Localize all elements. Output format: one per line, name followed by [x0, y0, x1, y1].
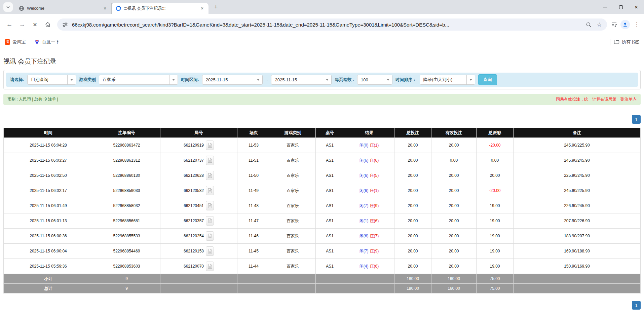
video-record-button[interactable] [206, 216, 214, 226]
minimize-button[interactable] [598, 0, 613, 14]
total-bet-link[interactable]: 20.00 [394, 153, 431, 168]
total-bet-link[interactable]: 20.00 [394, 138, 431, 153]
total-bet-link[interactable]: 20.00 [394, 168, 431, 183]
close-window-button[interactable]: ✕ [629, 0, 644, 14]
caret-down-icon [67, 75, 76, 84]
maximize-button[interactable] [613, 0, 629, 14]
table-row: 2025-11-15 06:00:36 522968855533 6621202… [4, 229, 641, 244]
subtotal-payout: 75.00 [477, 274, 514, 284]
session: 11-44 [237, 259, 270, 274]
video-record-button[interactable] [206, 231, 214, 241]
result-cell: 闲(6)庄(5) [344, 168, 394, 183]
subtotal-label: 小计 [4, 274, 93, 284]
address-bar[interactable]: 66cxkj98.com/game/betrecord_search/kind3… [57, 18, 607, 31]
table-number: AS1 [316, 244, 344, 259]
page-size-select[interactable]: 100 [357, 75, 392, 85]
currency-summary: 币别 : 人民币 | 总共 :9 注单 | [7, 96, 58, 102]
close-icon[interactable]: ✕ [199, 5, 205, 11]
valid-bet: 20.00 [431, 244, 477, 259]
bet-time: 2025-11-15 06:03:27 [4, 153, 93, 168]
total-bet-link[interactable]: 20.00 [394, 213, 431, 229]
game-kind-select[interactable]: 百家乐 [99, 75, 178, 85]
date-end-select[interactable]: 2025-11-15 [271, 75, 332, 85]
profile-avatar[interactable] [620, 20, 630, 29]
valid-bet: 20.00 [431, 183, 477, 198]
minimize-icon [603, 7, 607, 7]
zoom-icon[interactable] [585, 21, 592, 28]
tab-welcome[interactable]: Welcome ✕ [15, 3, 112, 14]
game-kind: 百家乐 [270, 153, 316, 168]
video-record-button[interactable] [206, 246, 214, 256]
home-button[interactable] [42, 18, 54, 31]
bet-id: 522968854469 [93, 244, 160, 259]
result-cell: 闲(7)庄(9) [344, 244, 394, 259]
round-cell: 662120451 [160, 198, 237, 213]
bookmark-baidu[interactable]: 百度一下 [34, 39, 60, 45]
video-record-button[interactable] [206, 262, 214, 271]
col-session: 场次 [237, 128, 270, 138]
video-record-icon [208, 264, 212, 269]
table-row: 2025-11-15 05:59:36 522968853603 6621200… [4, 259, 641, 274]
video-record-button[interactable] [206, 186, 214, 195]
valid-bet: 20.00 [431, 168, 477, 183]
filter-panel: 请选择: 日期查询 游戏类别 百家乐 时间区间: 2025-11-15 ~ 20… [3, 70, 641, 89]
stop-button[interactable]: ✕ [29, 18, 41, 31]
game-kind: 百家乐 [270, 138, 316, 153]
valid-bet: 20.00 [431, 138, 477, 153]
bet-time: 2025-11-15 06:00:04 [4, 244, 93, 259]
folder-icon [614, 39, 619, 44]
round-cell: 662120532 [160, 183, 237, 198]
page-1-button[interactable]: 1 [632, 301, 641, 310]
query-type-select[interactable]: 日期查询 [27, 75, 76, 85]
query-button[interactable]: 查询 [478, 74, 497, 85]
tab-betrecord[interactable]: :::视讯 会员下注纪录::: ✕ [112, 3, 209, 14]
total-bet-link[interactable]: 20.00 [394, 183, 431, 198]
bookmark-taobao[interactable]: 淘 爱淘宝 [5, 39, 26, 45]
sort-select[interactable]: 降幂(由大到小) [420, 75, 475, 85]
result-cell: 闲(4)庄(6) [344, 259, 394, 274]
person-icon [622, 22, 628, 28]
banker-result: 庄(9) [370, 203, 379, 208]
video-record-button[interactable] [206, 156, 214, 165]
page-1-button[interactable]: 1 [632, 115, 641, 124]
game-kind: 百家乐 [270, 259, 316, 274]
tab-title: Welcome [27, 6, 99, 11]
banker-result: 庄(6) [370, 158, 379, 163]
bookmark-star-icon[interactable]: ☆ [596, 21, 603, 28]
site-settings-icon[interactable] [61, 21, 69, 28]
bet-time: 2025-11-15 06:01:13 [4, 213, 93, 229]
bet-time: 2025-11-15 06:01:49 [4, 198, 93, 213]
banker-result: 庄(6) [370, 264, 379, 269]
video-record-button[interactable] [206, 141, 214, 150]
remark: 169.90/188.90 [514, 244, 641, 259]
total-bet-link[interactable]: 20.00 [394, 244, 431, 259]
video-record-icon [208, 158, 212, 163]
total-bet-link[interactable]: 20.00 [394, 259, 431, 274]
menu-kebab-icon[interactable]: ⋮ [633, 21, 641, 28]
video-record-button[interactable] [206, 201, 214, 210]
round-number: 662120532 [184, 188, 204, 193]
valid-bet: 0.00 [431, 153, 477, 168]
total-bet-link[interactable]: 20.00 [394, 229, 431, 244]
valid-bet-notice: 同局有效投注，统一计算在该局第一张注单内 [556, 96, 637, 102]
remark: 245.90/225.90 [514, 138, 641, 153]
bookmark-label: 爱淘宝 [12, 39, 26, 45]
date-start-select[interactable]: 2025-11-15 [202, 75, 263, 85]
total-bet-link[interactable]: 20.00 [394, 198, 431, 213]
bookmark-label: 百度一下 [42, 39, 60, 45]
total-payout: 75.00 [477, 284, 514, 293]
player-result: 闲(7) [359, 249, 369, 253]
back-button[interactable]: ← [3, 18, 15, 31]
close-icon[interactable]: ✕ [102, 5, 108, 11]
caret-down-icon [323, 75, 331, 84]
session: 11-46 [237, 229, 270, 244]
all-bookmarks-button[interactable]: 所有书签 [614, 39, 639, 45]
tab-search-button[interactable] [3, 2, 13, 12]
total-valid-bet: 160.00 [431, 284, 477, 293]
session: 11-51 [237, 153, 270, 168]
payout: -20.00 [477, 138, 514, 153]
video-record-button[interactable] [206, 171, 214, 180]
forward-button[interactable]: → [16, 18, 28, 31]
new-tab-button[interactable]: + [211, 2, 221, 12]
media-controls-icon[interactable] [610, 21, 618, 28]
